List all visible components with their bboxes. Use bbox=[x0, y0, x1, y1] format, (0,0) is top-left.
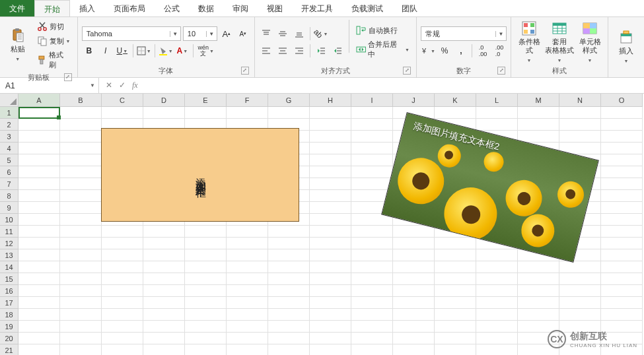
cell[interactable] bbox=[310, 344, 351, 355]
cell[interactable] bbox=[185, 333, 227, 344]
cell[interactable] bbox=[60, 143, 102, 154]
cell[interactable] bbox=[351, 107, 393, 119]
alignment-launcher[interactable]: ⤢ bbox=[403, 67, 411, 75]
cell[interactable] bbox=[351, 131, 393, 143]
cell[interactable] bbox=[559, 107, 601, 119]
cell[interactable] bbox=[102, 249, 143, 261]
textbox-shape-1[interactable]: 添加文本到文本框 bbox=[101, 128, 299, 222]
tab-data[interactable]: 数据 bbox=[189, 0, 223, 16]
cell[interactable] bbox=[18, 273, 60, 285]
cell[interactable] bbox=[559, 285, 601, 297]
cell[interactable] bbox=[185, 226, 227, 238]
cell[interactable] bbox=[143, 238, 185, 249]
cell[interactable] bbox=[393, 238, 435, 249]
row-header[interactable]: 16 bbox=[0, 285, 18, 297]
cell[interactable] bbox=[60, 214, 102, 226]
row-header[interactable]: 9 bbox=[0, 202, 18, 214]
cell[interactable] bbox=[393, 285, 435, 297]
cell[interactable] bbox=[310, 273, 351, 285]
cell[interactable] bbox=[351, 119, 393, 131]
cell[interactable] bbox=[18, 238, 60, 249]
cell[interactable] bbox=[310, 202, 351, 214]
cell[interactable] bbox=[102, 226, 143, 238]
row-header[interactable]: 19 bbox=[0, 321, 18, 333]
cell[interactable] bbox=[351, 178, 393, 190]
cell[interactable] bbox=[310, 107, 351, 119]
cell[interactable] bbox=[102, 238, 143, 249]
column-header[interactable]: B bbox=[60, 94, 102, 107]
conditional-formatting-button[interactable]: 条件格式▼ bbox=[515, 20, 543, 65]
cell[interactable] bbox=[60, 273, 102, 285]
cell[interactable] bbox=[476, 273, 518, 285]
cell[interactable] bbox=[435, 297, 476, 309]
bold-button[interactable]: B bbox=[82, 44, 96, 58]
cell[interactable] bbox=[18, 344, 60, 355]
row-header[interactable]: 13 bbox=[0, 249, 18, 261]
cell[interactable] bbox=[310, 178, 351, 190]
column-header[interactable]: H bbox=[310, 94, 351, 107]
cell[interactable] bbox=[310, 226, 351, 238]
column-header[interactable]: A bbox=[18, 94, 60, 107]
row-header[interactable]: 7 bbox=[0, 178, 18, 190]
cell[interactable] bbox=[143, 309, 185, 321]
font-size-combo[interactable]: 10 ▼ bbox=[183, 26, 217, 41]
cell[interactable] bbox=[351, 285, 393, 297]
cell[interactable] bbox=[601, 226, 643, 238]
italic-button[interactable]: I bbox=[98, 44, 113, 58]
cell[interactable] bbox=[143, 333, 185, 344]
column-header[interactable]: E bbox=[185, 94, 227, 107]
tab-insert[interactable]: 插入 bbox=[70, 0, 104, 16]
column-header[interactable]: M bbox=[518, 94, 559, 107]
cell[interactable] bbox=[143, 249, 185, 261]
tab-review[interactable]: 审阅 bbox=[223, 0, 258, 16]
cell[interactable] bbox=[476, 344, 518, 355]
cell[interactable] bbox=[393, 273, 435, 285]
cell[interactable] bbox=[185, 285, 227, 297]
cell[interactable] bbox=[559, 131, 601, 143]
cell[interactable] bbox=[268, 333, 310, 344]
cell[interactable] bbox=[268, 321, 310, 333]
row-header[interactable]: 20 bbox=[0, 333, 18, 344]
percent-button[interactable]: % bbox=[437, 44, 452, 58]
cell[interactable] bbox=[268, 226, 310, 238]
cell[interactable] bbox=[435, 107, 476, 119]
cell[interactable] bbox=[18, 333, 60, 344]
cell[interactable] bbox=[435, 261, 476, 273]
row-header[interactable]: 14 bbox=[0, 261, 18, 273]
cell[interactable] bbox=[351, 166, 393, 178]
cell[interactable] bbox=[351, 321, 393, 333]
cell[interactable] bbox=[102, 309, 143, 321]
align-left-button[interactable] bbox=[259, 44, 273, 58]
cell[interactable] bbox=[310, 261, 351, 273]
cell[interactable] bbox=[559, 119, 601, 131]
cell[interactable] bbox=[601, 309, 643, 321]
cell[interactable] bbox=[18, 166, 60, 178]
wrap-text-button[interactable]: 自动换行 bbox=[353, 24, 412, 37]
tab-formulas[interactable]: 公式 bbox=[155, 0, 189, 16]
select-all-corner[interactable] bbox=[0, 94, 18, 107]
cell[interactable] bbox=[143, 344, 185, 355]
cell[interactable] bbox=[60, 202, 102, 214]
cell[interactable] bbox=[601, 154, 643, 166]
cell[interactable] bbox=[18, 143, 60, 154]
font-color-button[interactable]: A▼ bbox=[175, 44, 190, 58]
cell[interactable] bbox=[60, 261, 102, 273]
cell[interactable] bbox=[435, 333, 476, 344]
cell[interactable] bbox=[18, 285, 60, 297]
column-header[interactable]: L bbox=[476, 94, 518, 107]
cell[interactable] bbox=[310, 214, 351, 226]
cell[interactable] bbox=[393, 261, 435, 273]
cell[interactable] bbox=[18, 190, 60, 202]
cell[interactable] bbox=[185, 238, 227, 249]
cell[interactable] bbox=[143, 107, 185, 119]
cell[interactable] bbox=[601, 178, 643, 190]
row-header[interactable]: 10 bbox=[0, 214, 18, 226]
align-middle-button[interactable] bbox=[275, 26, 290, 41]
phonetic-button[interactable]: wén文▼ bbox=[197, 44, 215, 58]
column-header[interactable]: N bbox=[559, 94, 601, 107]
cell[interactable] bbox=[476, 261, 518, 273]
cell[interactable] bbox=[559, 261, 601, 273]
column-header[interactable]: C bbox=[102, 94, 143, 107]
cell[interactable] bbox=[435, 249, 476, 261]
cell[interactable] bbox=[601, 214, 643, 226]
